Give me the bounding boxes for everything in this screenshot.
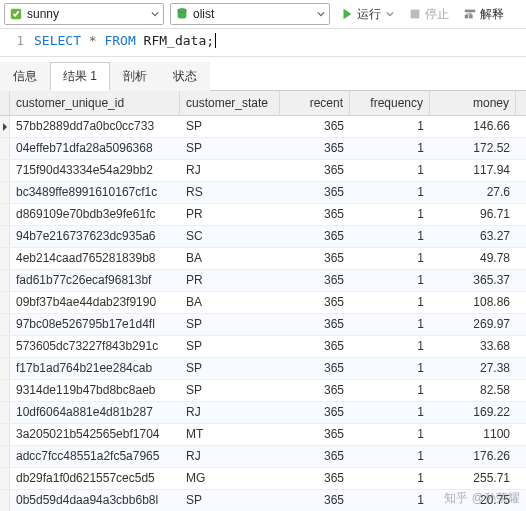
table-row[interactable]: 9314de119b47bd8bc8aebSP365182.58 xyxy=(0,380,526,402)
tab-profile[interactable]: 剖析 xyxy=(110,62,160,91)
cell[interactable]: 09bf37b4ae44dab23f9190 xyxy=(10,292,180,313)
table-row[interactable]: 3a205021b542565ebf1704MT36511100 xyxy=(0,424,526,446)
cell[interactable]: 573605dc73227f843b291c xyxy=(10,336,180,357)
cell[interactable]: 108.86 xyxy=(430,292,516,313)
cell[interactable]: 3a205021b542565ebf1704 xyxy=(10,424,180,445)
cell[interactable]: BA xyxy=(180,292,280,313)
cell[interactable]: 94b7e216737623dc935a6 xyxy=(10,226,180,247)
table-row[interactable]: 4eb214caad765281839b8BA365149.78 xyxy=(0,248,526,270)
cell[interactable]: 27.6 xyxy=(430,182,516,203)
cell[interactable]: SP xyxy=(180,490,280,511)
cell[interactable]: 365 xyxy=(280,336,350,357)
cell[interactable]: 365 xyxy=(280,182,350,203)
sql-editor[interactable]: 1 SELECT * FROM RFM_data; xyxy=(0,29,526,57)
cell[interactable]: RJ xyxy=(180,402,280,423)
table-row[interactable]: db29fa1f0d621557cec5d5MG3651255.71 xyxy=(0,468,526,490)
table-row[interactable]: fad61b77c26ecaf96813bfPR3651365.37 xyxy=(0,270,526,292)
cell[interactable]: 1 xyxy=(350,116,430,137)
tab-result[interactable]: 结果 1 xyxy=(50,62,110,91)
cell[interactable]: 1 xyxy=(350,292,430,313)
cell[interactable]: 365 xyxy=(280,402,350,423)
column-header[interactable]: recent xyxy=(280,91,350,115)
cell[interactable]: 365.37 xyxy=(430,270,516,291)
cell[interactable]: 1 xyxy=(350,314,430,335)
cell[interactable]: 117.94 xyxy=(430,160,516,181)
cell[interactable]: 365 xyxy=(280,490,350,511)
cell[interactable]: 97bc08e526795b17e1d4fl xyxy=(10,314,180,335)
table-row[interactable]: adcc7fcc48551a2fc5a7965RJ3651176.26 xyxy=(0,446,526,468)
cell[interactable]: PR xyxy=(180,270,280,291)
cell[interactable]: RJ xyxy=(180,446,280,467)
cell[interactable]: 172.52 xyxy=(430,138,516,159)
cell[interactable]: 715f90d43334e54a29bb2 xyxy=(10,160,180,181)
cell[interactable]: 1 xyxy=(350,182,430,203)
table-row[interactable]: 04effeb71dfa28a5096368SP3651172.52 xyxy=(0,138,526,160)
cell[interactable]: SP xyxy=(180,358,280,379)
cell[interactable]: 176.26 xyxy=(430,446,516,467)
cell[interactable]: 1 xyxy=(350,270,430,291)
cell[interactable]: RJ xyxy=(180,160,280,181)
cell[interactable]: 10df6064a881e4d81b287 xyxy=(10,402,180,423)
cell[interactable]: 1 xyxy=(350,204,430,225)
table-row[interactable]: d869109e70bdb3e9fe61fcPR365196.71 xyxy=(0,204,526,226)
cell[interactable]: 4eb214caad765281839b8 xyxy=(10,248,180,269)
cell[interactable]: 365 xyxy=(280,248,350,269)
cell[interactable]: 20.75 xyxy=(430,490,516,511)
cell[interactable]: 1 xyxy=(350,248,430,269)
cell[interactable]: 365 xyxy=(280,160,350,181)
cell[interactable]: BA xyxy=(180,248,280,269)
cell[interactable]: PR xyxy=(180,204,280,225)
cell[interactable]: MG xyxy=(180,468,280,489)
cell[interactable]: SP xyxy=(180,380,280,401)
cell[interactable]: 9314de119b47bd8bc8aeb xyxy=(10,380,180,401)
cell[interactable]: 1100 xyxy=(430,424,516,445)
table-row[interactable]: 94b7e216737623dc935a6SC365163.27 xyxy=(0,226,526,248)
cell[interactable]: 1 xyxy=(350,490,430,511)
cell[interactable]: MT xyxy=(180,424,280,445)
connection-dropdown[interactable]: sunny xyxy=(4,3,164,25)
cell[interactable]: 49.78 xyxy=(430,248,516,269)
cell[interactable]: 365 xyxy=(280,446,350,467)
cell[interactable]: 365 xyxy=(280,468,350,489)
column-header[interactable]: customer_unique_id xyxy=(10,91,180,115)
cell[interactable]: 1 xyxy=(350,380,430,401)
table-row[interactable]: 10df6064a881e4d81b287RJ3651169.22 xyxy=(0,402,526,424)
cell[interactable]: SP xyxy=(180,138,280,159)
cell[interactable]: 255.71 xyxy=(430,468,516,489)
cell[interactable]: SP xyxy=(180,314,280,335)
table-row[interactable]: bc3489ffe8991610167cf1cRS365127.6 xyxy=(0,182,526,204)
cell[interactable]: 365 xyxy=(280,358,350,379)
cell[interactable]: SC xyxy=(180,226,280,247)
cell[interactable]: 1 xyxy=(350,446,430,467)
run-button[interactable]: 运行 xyxy=(336,3,398,25)
cell[interactable]: 365 xyxy=(280,292,350,313)
cell[interactable]: 1 xyxy=(350,468,430,489)
column-header[interactable]: money xyxy=(430,91,516,115)
cell[interactable]: f17b1ad764b21ee284cab xyxy=(10,358,180,379)
cell[interactable]: 1 xyxy=(350,138,430,159)
tab-info[interactable]: 信息 xyxy=(0,62,50,91)
cell[interactable]: 1 xyxy=(350,358,430,379)
cell[interactable]: 365 xyxy=(280,116,350,137)
cell[interactable]: d869109e70bdb3e9fe61fc xyxy=(10,204,180,225)
cell[interactable]: bc3489ffe8991610167cf1c xyxy=(10,182,180,203)
database-dropdown[interactable]: olist xyxy=(170,3,330,25)
cell[interactable]: 1 xyxy=(350,336,430,357)
cell[interactable]: 82.58 xyxy=(430,380,516,401)
table-row[interactable]: f17b1ad764b21ee284cabSP365127.38 xyxy=(0,358,526,380)
cell[interactable]: 1 xyxy=(350,160,430,181)
table-row[interactable]: 715f90d43334e54a29bb2RJ3651117.94 xyxy=(0,160,526,182)
table-row[interactable]: 57bb2889dd7a0bc0cc733SP3651146.66 xyxy=(0,116,526,138)
cell[interactable]: 365 xyxy=(280,226,350,247)
cell[interactable]: 63.27 xyxy=(430,226,516,247)
cell[interactable]: SP xyxy=(180,116,280,137)
cell[interactable]: 1 xyxy=(350,424,430,445)
column-header[interactable]: frequency xyxy=(350,91,430,115)
table-row[interactable]: 573605dc73227f843b291cSP365133.68 xyxy=(0,336,526,358)
table-row[interactable]: 0b5d59d4daa94a3cbb6b8lSP365120.75 xyxy=(0,490,526,511)
cell[interactable]: 33.68 xyxy=(430,336,516,357)
explain-button[interactable]: 解释 xyxy=(459,3,508,25)
cell[interactable]: 365 xyxy=(280,138,350,159)
cell[interactable]: 365 xyxy=(280,380,350,401)
column-header[interactable]: customer_state xyxy=(180,91,280,115)
